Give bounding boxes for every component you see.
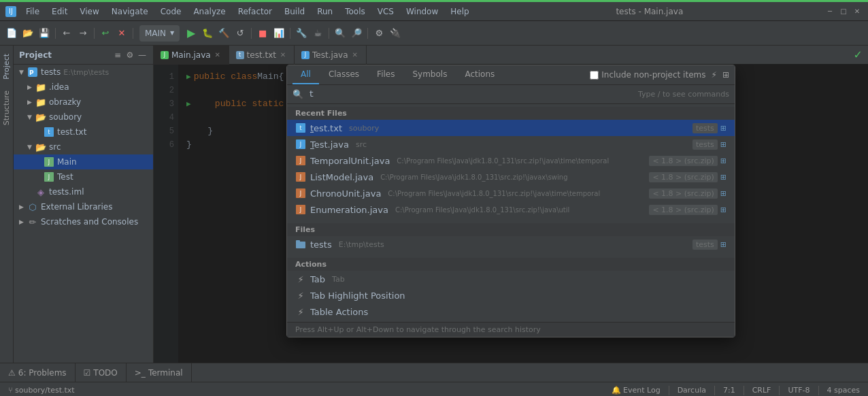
menu-navigate[interactable]: Navigate	[106, 5, 154, 18]
debug-button[interactable]: 🐛	[200, 26, 215, 41]
tab-close-main[interactable]: ✕	[214, 51, 222, 59]
event-log-status[interactable]: 🔔 Event Log	[609, 386, 663, 395]
result-list-model[interactable]: J ListModel.java C:\Program Files\Java\j…	[287, 169, 735, 185]
menu-refactor[interactable]: Refactor	[233, 5, 278, 18]
encoding-status[interactable]: UTF-8	[785, 386, 812, 395]
wrench-button[interactable]: 🔧	[294, 26, 309, 41]
tab-test-java[interactable]: J Test.java ✕	[295, 46, 367, 65]
stop-button[interactable]: ■	[255, 26, 270, 41]
undo-button[interactable]: ↩	[98, 26, 113, 41]
sidebar-settings-button[interactable]: ⚙	[124, 50, 135, 61]
result-name-enum: Enumeration.java	[310, 205, 388, 215]
result-tests-folder[interactable]: tests E:\tmp\tests tests ⊞	[287, 236, 735, 252]
close-button[interactable]: ✕	[852, 6, 863, 17]
search-tab-files[interactable]: Files	[369, 65, 403, 84]
settings-button[interactable]: ⚙	[371, 26, 386, 41]
menu-build[interactable]: Build	[279, 5, 310, 18]
result-temporal-unit[interactable]: J TemporalUnit.java C:\Program Files\Jav…	[287, 152, 735, 169]
line-col-status[interactable]: 7:1	[720, 386, 738, 395]
search-everywhere-button[interactable]: 🔍	[333, 26, 348, 41]
run-button[interactable]: ▶	[184, 26, 199, 41]
sdk-button[interactable]: ☕	[310, 26, 325, 41]
window-controls: ─ □ ✕	[824, 6, 863, 17]
tab-main-java[interactable]: J Main.java ✕	[154, 46, 229, 65]
result-chrono-icon: J	[295, 188, 306, 199]
todo-tab[interactable]: ☑ TODO	[76, 363, 127, 382]
result-enumeration[interactable]: J Enumeration.java C:\Program Files\Java…	[287, 201, 735, 218]
menu-view[interactable]: View	[74, 5, 104, 18]
tree-item-main-java[interactable]: ▶ J Main	[14, 154, 153, 169]
include-non-project-checkbox[interactable]: Include non-project items	[590, 70, 705, 80]
result-action-table[interactable]: ⚡ Table Actions	[287, 303, 735, 320]
run-config-selector[interactable]: MAIN ▼	[139, 25, 180, 42]
back-button[interactable]: ←	[59, 26, 74, 41]
tab-close-testjava[interactable]: ✕	[351, 51, 359, 59]
theme-status[interactable]: Darcula	[675, 386, 709, 395]
menu-file[interactable]: File	[20, 5, 45, 18]
plugin-button[interactable]: 🔌	[388, 26, 403, 41]
search-tab-actions[interactable]: Actions	[456, 65, 503, 84]
save-button[interactable]: 💾	[37, 26, 52, 41]
side-tab-structure[interactable]: Structure	[1, 85, 12, 131]
minimize-button[interactable]: ─	[824, 6, 835, 17]
new-file-button[interactable]: 📄	[4, 26, 19, 41]
filter-button[interactable]: ⚡	[712, 70, 717, 80]
include-non-project-input[interactable]	[590, 71, 599, 80]
find-button[interactable]: 🔎	[349, 26, 364, 41]
tree-item-external-libs[interactable]: ▶ ⬡ External Libraries	[14, 199, 153, 214]
tree-item-scratches[interactable]: ▶ ✏ Scratches and Consoles	[14, 214, 153, 229]
result-action-icon-tab: ⚡	[295, 274, 306, 284]
search-tab-all[interactable]: All	[293, 65, 319, 84]
tree-arrow: ▶	[27, 84, 35, 90]
menu-code[interactable]: Code	[155, 5, 187, 18]
result-test-java[interactable]: J Test.java src tests ⊞	[287, 136, 735, 152]
indent-status[interactable]: 4 spaces	[824, 386, 863, 395]
tree-item-tests-iml[interactable]: ▶ ◈ tests.iml	[14, 184, 153, 199]
tree-item-test-java[interactable]: ▶ J Test	[14, 169, 153, 184]
side-tab-project[interactable]: Project	[1, 48, 12, 85]
menu-analyze[interactable]: Analyze	[188, 5, 231, 18]
menu-window[interactable]: Window	[401, 5, 444, 18]
search-field[interactable]	[309, 89, 633, 99]
tab-test-txt[interactable]: t test.txt ✕	[229, 46, 295, 65]
menu-run[interactable]: Run	[312, 5, 338, 18]
tree-item-idea[interactable]: ▶ 📁 .idea	[14, 80, 153, 95]
terminal-tab[interactable]: >_ Terminal	[127, 363, 192, 382]
tree-item-test-txt[interactable]: ▶ t test.txt	[14, 125, 153, 139]
tree-item-tests-root[interactable]: ▼ P tests E:\tmp\tests	[14, 65, 153, 80]
line-ending-status[interactable]: CRLF	[750, 386, 774, 395]
problems-tab[interactable]: ⚠ 6: Problems	[0, 363, 76, 382]
tree-item-obrazky[interactable]: ▶ 📁 obrazky	[14, 95, 153, 110]
result-action-tab-highlight[interactable]: ⚡ Tab Highlight Position	[287, 287, 735, 303]
redo-button[interactable]: ✕	[114, 26, 129, 41]
bottom-tabs: ⚠ 6: Problems ☑ TODO >_ Terminal	[0, 363, 868, 382]
menu-vcs[interactable]: VCS	[372, 5, 399, 18]
maximize-button[interactable]: □	[838, 6, 849, 17]
open-button[interactable]: 📂	[20, 26, 35, 41]
result-chrono-unit[interactable]: J ChronoUnit.java C:\Program Files\Java\…	[287, 185, 735, 201]
sidebar-expand-button[interactable]: ≡	[112, 50, 123, 61]
coverage-button[interactable]: 📊	[271, 26, 286, 41]
result-badge-tests-folder: tests	[692, 240, 718, 250]
folder-icon: 📁	[35, 97, 46, 108]
build-button[interactable]: 🔨	[216, 26, 231, 41]
result-action-tab[interactable]: ⚡ Tab Tab	[287, 271, 735, 287]
search-tab-classes[interactable]: Classes	[320, 65, 367, 84]
sidebar-close-button[interactable]: —	[137, 50, 148, 61]
forward-button[interactable]: →	[76, 26, 90, 41]
expand-button[interactable]: ⊞	[722, 70, 729, 80]
result-test-txt[interactable]: t test.txt soubory tests ⊞	[287, 120, 735, 136]
status-sep-1	[669, 386, 669, 395]
tab-close-txt[interactable]: ✕	[279, 51, 287, 59]
reload-button[interactable]: ↺	[233, 26, 248, 41]
vcs-branch-status[interactable]: ⑂ soubory/test.txt	[5, 386, 78, 395]
menu-tools[interactable]: Tools	[339, 5, 371, 18]
tree-arrow: ▼	[27, 114, 35, 120]
sidebar: Project ≡ ⚙ — ▼ P tests E:\tmp\tests ▶ 📁	[14, 46, 154, 363]
toolbar-separator-1	[55, 28, 56, 39]
menu-help[interactable]: Help	[445, 5, 474, 18]
menu-edit[interactable]: Edit	[46, 5, 73, 18]
tree-item-soubory[interactable]: ▼ 📂 soubory	[14, 110, 153, 125]
tree-item-src[interactable]: ▼ 📂 src	[14, 139, 153, 154]
search-tab-symbols[interactable]: Symbols	[404, 65, 455, 84]
